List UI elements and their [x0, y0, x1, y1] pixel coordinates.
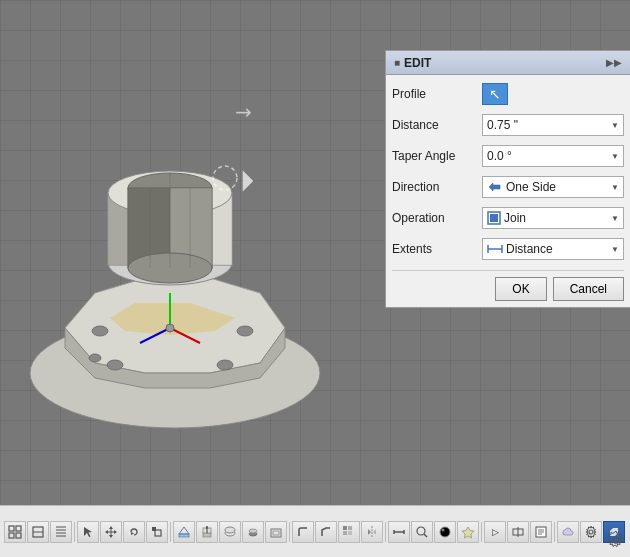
toolbar-btn-zoom-extents[interactable] [4, 521, 26, 543]
svg-rect-62 [348, 526, 352, 530]
taper-row: Taper Angle 0.0 ° ▼ [392, 143, 624, 169]
toolbar-btn-settings[interactable] [580, 521, 602, 543]
extents-row: Extents Distance ▼ [392, 236, 624, 262]
svg-point-56 [225, 527, 235, 533]
svg-point-73 [440, 527, 450, 537]
panel-expand-icon[interactable]: ▶▶ [606, 57, 622, 68]
toolbar-btn-mirror[interactable] [361, 521, 383, 543]
svg-point-19 [107, 360, 123, 370]
svg-point-71 [417, 527, 425, 535]
taper-select[interactable]: 0.0 ° ▼ [482, 145, 624, 167]
toolbar-sep-5 [481, 522, 482, 542]
direction-select[interactable]: One Side ▼ [482, 176, 624, 198]
direction-arrow-icon: ▼ [611, 183, 619, 192]
toolbar-btn-hole[interactable] [242, 521, 264, 543]
operation-value: Join [504, 211, 526, 225]
svg-point-18 [237, 326, 253, 336]
extents-select[interactable]: Distance ▼ [482, 238, 624, 260]
svg-marker-27 [243, 171, 253, 191]
extents-value: Distance [506, 242, 553, 256]
svg-rect-51 [203, 533, 211, 537]
operation-control: Join ▼ [482, 207, 624, 229]
svg-marker-67 [373, 529, 376, 535]
svg-rect-30 [490, 214, 498, 222]
cursor-icon: ↖ [489, 86, 501, 102]
toolbar-btn-chamfer[interactable] [315, 521, 337, 543]
distance-label: Distance [392, 118, 482, 132]
toolbar-btn-animation[interactable]: ▷ [484, 521, 506, 543]
direction-value: One Side [506, 180, 556, 194]
toolbar-btn-measure[interactable] [388, 521, 410, 543]
panel-pin-icon[interactable]: ■ [394, 57, 400, 68]
ok-button[interactable]: OK [495, 277, 546, 301]
operation-arrow-icon: ▼ [611, 214, 619, 223]
extents-label: Extents [392, 242, 482, 256]
direction-control: One Side ▼ [482, 176, 624, 198]
svg-rect-64 [348, 531, 352, 535]
svg-rect-36 [9, 533, 14, 538]
toolbar-btn-view[interactable] [27, 521, 49, 543]
toolbar-btn-move[interactable] [100, 521, 122, 543]
toolbar-btn-extrude[interactable] [196, 521, 218, 543]
3d-object-area [0, 0, 370, 505]
svg-point-20 [217, 360, 233, 370]
panel-title: EDIT [404, 56, 431, 70]
svg-marker-28 [489, 183, 500, 191]
toolbar-row-1: ▷ [4, 520, 626, 544]
bottom-toolbar: .bottom-toolbar { flex-wrap: wrap; align… [0, 505, 630, 557]
toolbar-btn-shell[interactable] [265, 521, 287, 543]
svg-point-25 [166, 324, 174, 332]
svg-rect-59 [271, 529, 281, 537]
operation-icon [487, 211, 501, 225]
distance-arrow-icon: ▼ [611, 121, 619, 130]
svg-rect-35 [16, 526, 21, 531]
operation-select[interactable]: Join ▼ [482, 207, 624, 229]
toolbar-btn-drawing[interactable] [530, 521, 552, 543]
profile-label: Profile [392, 87, 482, 101]
distance-control: 0.75 " ▼ [482, 114, 624, 136]
distance-value: 0.75 " [487, 118, 518, 132]
svg-marker-46 [131, 532, 134, 535]
svg-rect-61 [343, 526, 347, 530]
svg-marker-54 [206, 526, 209, 529]
settings-corner-btn[interactable] [606, 530, 626, 553]
cancel-button[interactable]: Cancel [553, 277, 624, 301]
toolbar-sep-1 [74, 522, 75, 542]
toolbar-btn-fillet[interactable] [292, 521, 314, 543]
svg-marker-50 [179, 527, 189, 534]
toolbar-btn-inspect[interactable] [411, 521, 433, 543]
toolbar-btn-pattern[interactable] [338, 521, 360, 543]
toolbar-btn-sketch[interactable] [173, 521, 195, 543]
button-row: OK Cancel [392, 270, 624, 301]
extents-arrow-icon: ▼ [611, 245, 619, 254]
distance-select[interactable]: 0.75 " ▼ [482, 114, 624, 136]
svg-marker-66 [368, 529, 371, 535]
svg-point-58 [249, 529, 257, 533]
toolbar-sep-4 [385, 522, 386, 542]
profile-select-button[interactable]: ↖ [482, 83, 508, 105]
panel-header-left: ■ EDIT [394, 56, 431, 70]
svg-marker-44 [84, 527, 92, 537]
toolbar-sep-6 [554, 522, 555, 542]
panel-body: Profile ↖ Distance 0.75 " ▼ Taper Angle [386, 75, 630, 307]
toolbar-btn-select[interactable] [77, 521, 99, 543]
svg-point-82 [589, 530, 593, 534]
svg-point-74 [442, 528, 445, 531]
taper-value: 0.0 ° [487, 149, 512, 163]
toolbar-btn-scale[interactable] [146, 521, 168, 543]
direction-row: Direction One Side ▼ [392, 174, 624, 200]
toolbar-btn-grid[interactable] [50, 521, 72, 543]
svg-marker-75 [462, 527, 474, 538]
toolbar-btn-render[interactable] [457, 521, 479, 543]
svg-rect-63 [343, 531, 347, 535]
toolbar-btn-revolve[interactable] [219, 521, 241, 543]
direction-label: Direction [392, 180, 482, 194]
toolbar-btn-simulation[interactable] [507, 521, 529, 543]
extents-icon [487, 243, 503, 255]
operation-row: Operation Join ▼ [392, 205, 624, 231]
toolbar-btn-material[interactable] [434, 521, 456, 543]
toolbar-btn-cloud[interactable] [557, 521, 579, 543]
svg-rect-34 [9, 526, 14, 531]
svg-marker-45 [105, 526, 117, 538]
toolbar-btn-rotate[interactable] [123, 521, 145, 543]
